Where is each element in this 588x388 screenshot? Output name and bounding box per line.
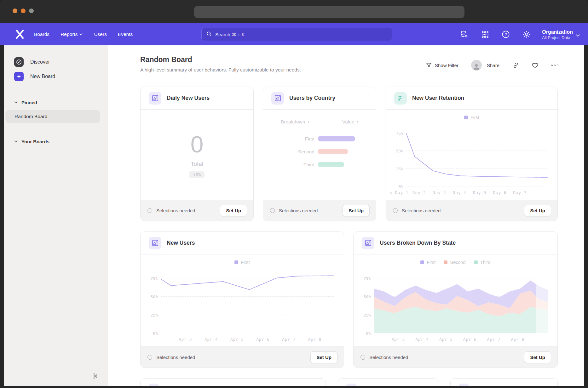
favorite-heart-icon[interactable] — [532, 62, 539, 69]
help-icon[interactable]: ? — [502, 30, 510, 38]
nav-item-reports[interactable]: Reports — [61, 31, 83, 37]
status-selections-needed: Selections needed — [393, 208, 441, 213]
sidebar-section-header-pinned[interactable]: Pinned — [14, 98, 108, 107]
avatar[interactable] — [471, 60, 482, 71]
legend-item-first: First — [464, 115, 479, 120]
sidebar-item-new-board[interactable]: + New Board — [14, 69, 108, 84]
bar-row-third: Third — [263, 158, 376, 171]
plus-icon: + — [14, 72, 24, 81]
y-axis-tick: 0% — [366, 331, 371, 336]
y-axis-tick: 0% — [398, 184, 403, 189]
chevron-down-icon: ▾ — [357, 120, 359, 123]
y-axis-tick: 50% — [364, 294, 371, 299]
line-chart-icon — [149, 92, 161, 105]
sidebar-section: PinnedRandom Board — [4, 98, 108, 123]
y-axis-tick: 25% — [364, 312, 371, 317]
x-axis-tick: Apr 3 — [179, 337, 192, 342]
show-filter-button[interactable]: Show Filter — [426, 62, 458, 68]
legend-item-first: First — [420, 260, 435, 265]
set-up-button[interactable]: Set Up — [343, 205, 370, 216]
line-chart-icon — [271, 92, 284, 105]
chevron-down-icon — [576, 34, 580, 37]
status-circle-icon — [147, 355, 152, 360]
copy-link-icon[interactable] — [512, 62, 519, 69]
horizontal-bars: FirstSecondThird — [263, 132, 376, 171]
share-button[interactable]: Share — [487, 63, 499, 68]
search-icon — [206, 31, 212, 38]
minimize-window-button[interactable] — [21, 9, 26, 13]
y-axis-tick: 50% — [396, 149, 403, 153]
x-axis-tick: Apr 6 — [463, 337, 477, 342]
status-selections-needed: Selections needed — [360, 355, 408, 360]
x-axis-tick: Apr 5 — [230, 337, 244, 342]
funnel-icon — [426, 62, 432, 68]
person-icon — [472, 62, 481, 71]
x-axis-tick: Day 7 — [513, 190, 527, 195]
bar-third — [318, 162, 344, 167]
x-axis-tick: Apr 3 — [392, 337, 405, 342]
card-title: Users Broken Down By State — [380, 240, 456, 246]
y-axis-tick: 75% — [396, 131, 403, 135]
mixpanel-logo[interactable] — [16, 30, 25, 39]
new-users-chart: 75%50%25%0% Apr 3Apr 4Apr 5Apr 6Apr 7Apr… — [144, 270, 335, 342]
x-axis-tick: Apr 7 — [282, 337, 296, 342]
chevron-down-icon — [14, 140, 18, 143]
set-up-button[interactable]: Set Up — [220, 205, 247, 216]
nav-item-events[interactable]: Events — [118, 31, 133, 37]
nav-item-boards[interactable]: Boards — [34, 31, 49, 37]
data-management-icon[interactable] — [460, 30, 468, 38]
breakdown-dropdown[interactable]: Breakdown▾ — [281, 119, 309, 125]
x-axis-tick: Day 5 — [473, 190, 487, 195]
bar-label: Second — [263, 149, 314, 155]
card-active-users: Active Users — [450, 378, 558, 386]
sidebar-section-header-your-boards[interactable]: Your Boards — [14, 137, 108, 146]
x-axis-tick: Apr 5 — [439, 337, 453, 342]
y-axis-tick: 25% — [151, 312, 158, 317]
global-search[interactable] — [201, 28, 392, 41]
x-axis-tick: Day 3 — [433, 190, 446, 195]
metric-label: Total — [191, 161, 203, 168]
compass-icon — [14, 57, 24, 67]
search-input[interactable] — [215, 32, 379, 37]
sidebar-item-discover[interactable]: Discover — [14, 55, 108, 69]
card-title: Users by Country — [289, 95, 335, 101]
card-users-by-country: Users by Country Breakdown▾ Value▾ First… — [263, 87, 376, 221]
address-bar[interactable] — [194, 6, 464, 18]
status-selections-needed: Selections needed — [147, 355, 195, 360]
zoom-window-button[interactable] — [29, 9, 34, 13]
x-axis-tick: Day 2 — [412, 190, 426, 195]
y-axis-tick: 50% — [151, 294, 158, 299]
status-circle-icon — [270, 208, 275, 213]
org-switcher[interactable]: Organization All Project Data — [542, 29, 580, 40]
status-circle-icon — [360, 355, 365, 360]
line-chart-icon — [362, 237, 374, 249]
card-grid: Daily New Users 0 Total ↑0% Selections n… — [140, 87, 558, 386]
set-up-button[interactable]: Set Up — [310, 351, 337, 363]
sidebar-item-random-board[interactable]: Random Board — [5, 110, 100, 123]
close-window-button[interactable] — [13, 9, 17, 13]
y-axis-tick: 75% — [364, 276, 371, 281]
status-selections-needed: Selections needed — [270, 208, 318, 213]
x-axis-tick: Apr 6 — [256, 337, 270, 342]
legend-swatch — [234, 260, 238, 264]
value-dropdown[interactable]: Value▾ — [342, 119, 358, 125]
board-main: Random Board A high-level summary of use… — [108, 45, 584, 386]
card-title: Daily New Users — [167, 95, 210, 101]
show-filter-label: Show Filter — [435, 63, 458, 68]
legend-item-second: Second — [444, 260, 465, 265]
legend-swatch — [474, 260, 478, 264]
card-new-users: New Users First 75%50%25%0% Apr 3Apr 4Ap… — [140, 231, 344, 368]
apps-grid-icon[interactable] — [481, 30, 489, 38]
x-axis-tick: < Day 1 — [390, 190, 409, 195]
sidebar: Discover + New Board PinnedRandom BoardY… — [4, 45, 108, 386]
sidebar-sections: PinnedRandom BoardYour Boards — [4, 98, 108, 146]
set-up-button[interactable]: Set Up — [524, 351, 551, 363]
x-axis-tick: Apr 8 — [308, 337, 321, 342]
settings-gear-icon[interactable] — [522, 30, 531, 38]
new_user_retention-plot — [406, 125, 548, 186]
more-options-icon[interactable] — [551, 62, 558, 69]
nav-item-users[interactable]: Users — [94, 31, 107, 37]
collapse-sidebar-icon[interactable] — [92, 372, 100, 380]
set-up-button[interactable]: Set Up — [524, 205, 551, 216]
bar-label: Third — [263, 162, 314, 168]
